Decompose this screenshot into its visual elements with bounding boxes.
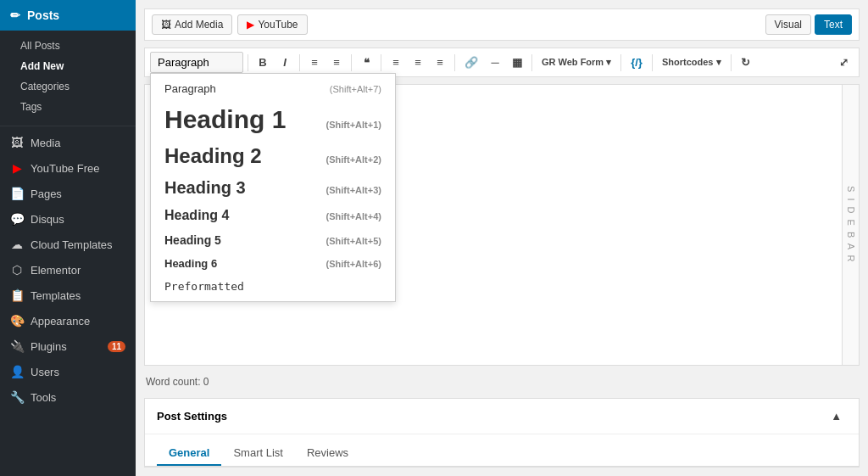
sidebar-item-youtube-free[interactable]: ▶ YouTube Free <box>0 155 136 181</box>
pages-icon: 📄 <box>10 187 24 200</box>
divider-fmt-3 <box>351 54 352 71</box>
refresh-button[interactable]: ↻ <box>736 53 756 71</box>
sidebar-item-plugins[interactable]: 🔌 Plugins 11 <box>0 333 136 359</box>
add-media-icon: 🖼 <box>161 19 171 31</box>
ordered-list-button[interactable]: ≡ <box>326 53 347 71</box>
sidebar: ✏ Posts All Posts Add New Categories Tag… <box>0 0 136 476</box>
sidebar-item-cloud-templates[interactable]: ☁ Cloud Templates <box>0 232 136 257</box>
sidebar-item-categories[interactable]: Categories <box>0 76 136 97</box>
dropdown-h3-shortcut: (Shift+Alt+3) <box>326 185 381 195</box>
post-settings-title: Post Settings <box>157 410 227 423</box>
sidebar-item-users[interactable]: 👤 Users <box>0 359 136 384</box>
link-button[interactable]: 🔗 <box>459 53 483 71</box>
dropdown-h3-label: Heading 3 <box>164 178 246 198</box>
dropdown-item-h3[interactable]: Heading 3 (Shift+Alt+3) <box>151 173 395 203</box>
tab-general[interactable]: General <box>157 441 221 466</box>
posts-icon: ✏ <box>10 8 20 22</box>
dropdown-h5-label: Heading 5 <box>164 233 221 247</box>
dropdown-item-preformatted[interactable]: Preformatted <box>151 275 395 298</box>
sidebar-item-pages[interactable]: 📄 Pages <box>0 181 136 206</box>
gr-web-form-button[interactable]: GR Web Form ▾ <box>537 54 616 70</box>
dropdown-h4-label: Heading 4 <box>164 208 229 223</box>
align-left-button[interactable]: ≡ <box>386 53 406 71</box>
dropdown-item-h6[interactable]: Heading 6 (Shift+Alt+6) <box>151 252 395 275</box>
horizontal-rule-button[interactable]: ─ <box>485 53 505 71</box>
divider-1 <box>0 126 136 126</box>
sidebar-title: Posts <box>27 8 59 22</box>
tools-icon: 🔧 <box>10 390 24 404</box>
dropdown-item-h4[interactable]: Heading 4 (Shift+Alt+4) <box>151 203 395 228</box>
users-icon: 👤 <box>10 365 24 378</box>
dropdown-h6-label: Heading 6 <box>164 257 217 270</box>
divider-fmt-2 <box>299 54 300 71</box>
dropdown-preformatted-label: Preformatted <box>164 280 244 293</box>
divider-fmt-6 <box>531 54 532 71</box>
sidebar-item-tags[interactable]: Tags <box>0 97 136 117</box>
sidebar-item-templates[interactable]: 📋 Templates <box>0 283 136 308</box>
dropdown-h4-shortcut: (Shift+Alt+4) <box>326 211 381 221</box>
format-dropdown: Paragraph (Shift+Alt+7) Heading 1 (Shift… <box>150 73 396 302</box>
divider-fmt-1 <box>248 54 248 71</box>
post-settings-tabs: General Smart List Reviews <box>145 434 859 467</box>
sidebar-item-tools[interactable]: 🔧 Tools <box>0 384 136 410</box>
dropdown-h5-shortcut: (Shift+Alt+5) <box>326 236 381 246</box>
sidebar-item-all-posts[interactable]: All Posts <box>0 36 136 56</box>
templates-icon: 📋 <box>10 288 24 302</box>
editor-sidebar-label: S I D E B A R <box>842 85 859 365</box>
divider-fmt-8 <box>652 54 653 71</box>
dropdown-h1-label: Heading 1 <box>164 105 286 134</box>
tab-smart-list[interactable]: Smart List <box>221 441 295 466</box>
bold-button[interactable]: B <box>253 53 273 71</box>
main-content: 🖼 Add Media ▶ YouTube Visual Text <box>136 0 868 476</box>
align-right-button[interactable]: ≡ <box>430 53 450 71</box>
cloud-icon: ☁ <box>10 238 24 251</box>
dropdown-item-h2[interactable]: Heading 2 (Shift+Alt+2) <box>151 139 395 173</box>
toolbar-top: 🖼 Add Media ▶ YouTube Visual Text <box>144 8 860 41</box>
disqus-icon: 💬 <box>10 212 24 226</box>
italic-button[interactable]: I <box>275 53 295 71</box>
format-select-wrapper: Paragraph Heading 1 Heading 2 Heading 3 … <box>150 52 243 73</box>
text-tab-button[interactable]: Text <box>815 14 852 35</box>
blockquote-button[interactable]: ❝ <box>356 53 376 71</box>
tab-reviews[interactable]: Reviews <box>295 441 360 466</box>
toolbar-top-right: Visual Text <box>765 14 852 35</box>
format-select[interactable]: Paragraph Heading 1 Heading 2 Heading 3 … <box>150 52 243 73</box>
plugins-badge: 11 <box>108 341 125 352</box>
youtube-btn-icon: ▶ <box>247 19 254 31</box>
divider-fmt-5 <box>454 54 455 71</box>
dropdown-paragraph-label: Paragraph <box>164 82 216 95</box>
format-toolbar: Paragraph Heading 1 Heading 2 Heading 3 … <box>144 48 860 77</box>
dropdown-item-paragraph[interactable]: Paragraph (Shift+Alt+7) <box>151 77 395 100</box>
post-settings-header: Post Settings ▲ <box>145 399 859 434</box>
visual-tab-button[interactable]: Visual <box>765 14 811 35</box>
dropdown-h2-shortcut: (Shift+Alt+2) <box>326 154 381 165</box>
post-settings-collapse-button[interactable]: ▲ <box>826 407 847 425</box>
media-icon: 🖼 <box>10 136 24 149</box>
table-button[interactable]: ▦ <box>507 53 527 71</box>
dropdown-h1-shortcut: (Shift+Alt+1) <box>326 120 381 130</box>
align-center-button[interactable]: ≡ <box>408 53 428 71</box>
dropdown-item-h1[interactable]: Heading 1 (Shift+Alt+1) <box>151 100 395 139</box>
editor-wrapper: 🖼 Add Media ▶ YouTube Visual Text <box>136 0 868 476</box>
dropdown-item-h5[interactable]: Heading 5 (Shift+Alt+5) <box>151 228 395 252</box>
sidebar-item-media[interactable]: 🖼 Media <box>0 130 136 155</box>
appearance-icon: 🎨 <box>10 314 24 328</box>
unordered-list-button[interactable]: ≡ <box>304 53 325 71</box>
expand-button[interactable]: ⤢ <box>833 53 854 71</box>
add-media-button[interactable]: 🖼 Add Media <box>152 14 232 35</box>
dropdown-h2-label: Heading 2 <box>164 144 262 168</box>
code-button[interactable]: {/} <box>626 53 648 71</box>
sidebar-item-add-new[interactable]: Add New <box>0 56 136 76</box>
youtube-icon: ▶ <box>10 161 24 175</box>
sidebar-item-disqus[interactable]: 💬 Disqus <box>0 206 136 232</box>
sidebar-item-elementor[interactable]: ⬡ Elementor <box>0 257 136 283</box>
shortcodes-button[interactable]: Shortcodes ▾ <box>657 54 726 70</box>
divider-fmt-7 <box>620 54 621 71</box>
divider-fmt-4 <box>381 54 381 71</box>
sidebar-item-appearance[interactable]: 🎨 Appearance <box>0 308 136 333</box>
plugins-icon: 🔌 <box>10 339 24 353</box>
elementor-icon: ⬡ <box>10 263 24 277</box>
youtube-button[interactable]: ▶ YouTube <box>237 14 307 35</box>
post-settings: Post Settings ▲ General Smart List Revie… <box>144 398 860 468</box>
sidebar-header[interactable]: ✏ Posts <box>0 0 136 31</box>
